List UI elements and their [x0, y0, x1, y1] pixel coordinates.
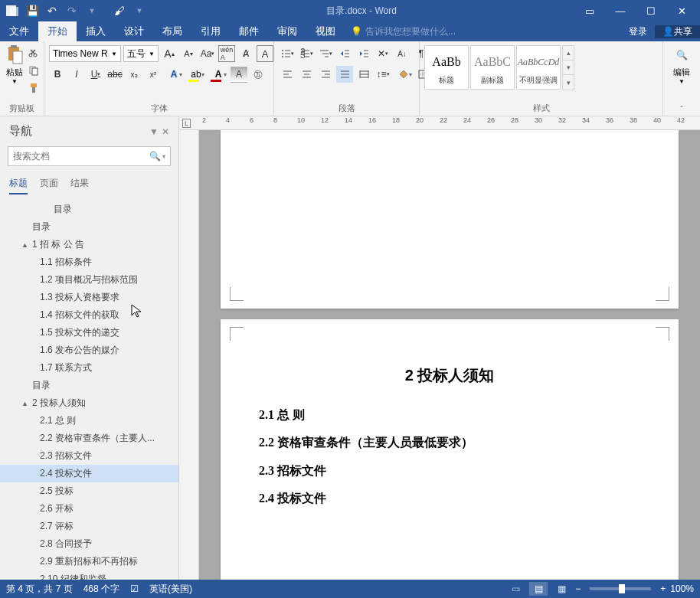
tab-references[interactable]: 引用 [191, 21, 230, 41]
status-page[interactable]: 第 4 页，共 7 页 [6, 583, 73, 596]
redo-icon[interactable]: ↷ [63, 2, 81, 20]
italic-button[interactable]: I [68, 66, 85, 83]
format-painter-button[interactable] [26, 80, 41, 96]
tab-design[interactable]: 设计 [115, 21, 153, 41]
zoom-in-icon[interactable]: + [660, 583, 666, 594]
status-words[interactable]: 468 个字 [83, 583, 119, 596]
nav-item[interactable]: 目录 [0, 377, 178, 394]
collapse-ribbon-icon[interactable]: ˆ [668, 103, 695, 114]
view-web-icon[interactable]: ▦ [552, 582, 571, 596]
styles-up-icon[interactable]: ▴ [563, 46, 574, 60]
styles-expand-icon[interactable]: ▾ [563, 75, 574, 90]
qat-more-icon[interactable]: ▼ [83, 2, 101, 20]
undo-icon[interactable]: ↶ [43, 2, 61, 20]
qat-dropdown-icon[interactable]: ▼ [130, 2, 149, 20]
subscript-button[interactable]: x₂ [126, 66, 142, 83]
phonetic-guide-button[interactable]: wénA [218, 45, 235, 62]
nav-dropdown-icon[interactable]: ▼ [149, 126, 159, 137]
zoom-out-icon[interactable]: − [575, 583, 581, 594]
nav-item[interactable]: 2.10 纪律和监督 [0, 570, 178, 580]
document-scroll[interactable]: 2 投标人须知 2.1 总 则 2.2 资格审查条件（主要人员最低要求） 2.3… [179, 130, 700, 580]
superscript-button[interactable]: x² [145, 66, 162, 83]
underline-button[interactable]: U▾ [87, 66, 104, 83]
strikethrough-button[interactable]: abc [106, 66, 123, 83]
increase-indent-button[interactable] [355, 45, 372, 62]
zoom-thumb[interactable] [619, 584, 625, 593]
login-button[interactable]: 登录 [621, 25, 655, 38]
tab-mailings[interactable]: 邮件 [230, 21, 268, 41]
close-icon[interactable]: ✕ [666, 0, 697, 21]
status-language[interactable]: 英语(美国) [149, 583, 192, 596]
view-read-icon[interactable]: ▭ [506, 582, 525, 596]
shrink-font-button[interactable]: A▾ [180, 45, 197, 62]
nav-item[interactable]: 2.7 评标 [0, 518, 178, 535]
view-print-icon[interactable]: ▤ [529, 582, 548, 596]
char-border-button[interactable]: A [257, 45, 273, 62]
styles-down-icon[interactable]: ▾ [563, 60, 574, 75]
font-size-select[interactable]: 五号▼ [123, 45, 159, 62]
nav-item[interactable]: 2.8 合同授予 [0, 535, 178, 553]
align-center-button[interactable] [298, 66, 315, 83]
nav-close-icon[interactable]: ✕ [162, 126, 169, 137]
styles-gallery[interactable]: AaBb标题 AaBbC副标题 AaBbCcDd不明显强调 ▴ ▾ ▾ [424, 44, 574, 92]
grow-font-button[interactable]: A▴ [161, 45, 178, 62]
nav-item[interactable]: 1.7 联系方式 [0, 359, 178, 377]
bullets-button[interactable]: ▾ [279, 45, 296, 62]
text-effects-button[interactable]: A▾ [164, 66, 184, 83]
expand-icon[interactable]: ▲ [21, 241, 32, 249]
nav-tab-headings[interactable]: 标题 [9, 177, 28, 194]
style-emphasis[interactable]: AaBbCcDd不明显强调 [516, 45, 561, 90]
align-left-button[interactable] [279, 66, 296, 83]
highlight-button[interactable]: ab▾ [186, 66, 206, 83]
nav-item[interactable]: 1.6 发布公告的媒介 [0, 341, 178, 359]
nav-item[interactable]: 1.3 投标人资格要求 [0, 289, 178, 306]
nav-item[interactable]: 2.9 重新招标和不再招标 [0, 553, 178, 570]
cut-button[interactable] [26, 45, 41, 60]
nav-item[interactable]: ▲1 招 标 公 告 [0, 236, 178, 253]
font-color-button[interactable]: A▾ [208, 66, 228, 83]
tab-review[interactable]: 审阅 [268, 21, 306, 41]
nav-item[interactable]: 1.2 项目概况与招标范围 [0, 271, 178, 289]
nav-item[interactable]: 2.6 开标 [0, 500, 178, 518]
status-proofing-icon[interactable]: ☑ [130, 583, 139, 594]
enclose-char-button[interactable]: ㊄ [250, 66, 267, 83]
zoom-level[interactable]: 100% [670, 583, 694, 594]
nav-item[interactable]: 2.2 资格审查条件（主要人... [0, 430, 178, 447]
ruler-vertical[interactable] [179, 130, 199, 580]
tell-me[interactable]: 💡 告诉我您想要做什么... [345, 21, 621, 41]
tab-layout[interactable]: 布局 [153, 21, 191, 41]
find-button[interactable]: 🔍 编辑 ▼ [668, 44, 695, 85]
nav-item[interactable]: 2.1 总 则 [0, 412, 178, 430]
align-right-button[interactable] [317, 66, 334, 83]
tab-view[interactable]: 视图 [306, 21, 345, 41]
minimize-icon[interactable]: — [605, 0, 636, 21]
search-input[interactable] [13, 151, 149, 162]
distributed-button[interactable] [355, 66, 372, 83]
format-painter-quick-icon[interactable]: 🖌 [110, 2, 129, 20]
align-justify-button[interactable] [336, 66, 353, 83]
maximize-icon[interactable]: ☐ [636, 0, 666, 21]
numbering-button[interactable]: 123▾ [298, 45, 315, 62]
style-subtitle[interactable]: AaBbC副标题 [470, 45, 515, 90]
shading-button[interactable]: ▾ [394, 66, 414, 83]
bold-button[interactable]: B [49, 66, 66, 83]
page-current[interactable]: 2 投标人须知 2.1 总 则 2.2 资格审查条件（主要人员最低要求） 2.3… [221, 319, 679, 580]
nav-item[interactable]: 2.5 投标 [0, 482, 178, 500]
share-button[interactable]: 👤 共享 [655, 25, 700, 38]
page-prev[interactable] [221, 130, 679, 309]
style-heading[interactable]: AaBb标题 [424, 45, 469, 90]
nav-item[interactable]: 1.4 招标文件的获取 [0, 306, 178, 324]
paste-button[interactable]: 粘贴 ▼ [5, 44, 25, 85]
nav-search[interactable]: 🔍▾ [8, 146, 171, 166]
search-dropdown-icon[interactable]: ▾ [162, 153, 165, 160]
expand-icon[interactable]: ▲ [21, 400, 32, 407]
nav-item[interactable]: 2.3 招标文件 [0, 447, 178, 465]
ruler-horizontal[interactable]: L 24681012141618202224262830323436384042 [179, 116, 700, 130]
copy-button[interactable] [26, 63, 41, 78]
ribbon-options-icon[interactable]: ▭ [574, 0, 605, 21]
word-icon[interactable] [3, 2, 21, 20]
tab-insert[interactable]: 插入 [77, 21, 115, 41]
tab-home[interactable]: 开始 [38, 21, 77, 41]
zoom-slider[interactable] [590, 587, 651, 590]
nav-item[interactable]: 目录 [0, 218, 178, 236]
